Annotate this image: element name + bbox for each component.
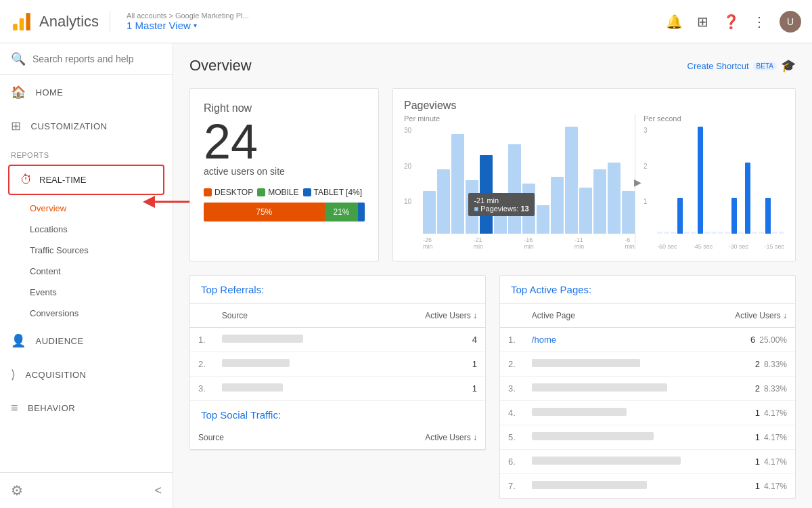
table-row: 1. /home 625.00%: [500, 328, 795, 352]
second-bar[interactable]: [711, 232, 717, 234]
minute-bar[interactable]: [508, 144, 521, 234]
chart-expand-arrow[interactable]: ▶: [634, 177, 641, 188]
second-bar[interactable]: [698, 127, 703, 234]
avatar[interactable]: U: [780, 11, 801, 33]
svg-rect-2: [26, 13, 30, 30]
device-legend: DESKTOP MOBILE TABLET [4%]: [204, 188, 365, 197]
sidebar-item-realtime[interactable]: ⏱ REAL-TIME: [8, 165, 164, 195]
page-link[interactable]: /home: [532, 335, 556, 345]
row-source: [214, 328, 374, 352]
active-pages-table: Active Page Active Users ↓ 1. /home 625.…: [500, 304, 795, 499]
th-page-users: Active Users ↓: [716, 304, 795, 328]
more-vert-icon[interactable]: ⋮: [751, 14, 767, 30]
audience-label: AUDIENCE: [36, 336, 84, 346]
referrals-body: 1. 4 2. 1 3. 1: [190, 328, 485, 401]
row-page: [524, 401, 716, 425]
second-bar[interactable]: [684, 232, 690, 234]
chart-tooltip: -21 min ■ Pageviews: 13: [468, 193, 534, 216]
row-pct: 4.17%: [764, 408, 787, 418]
sidebar-sub-events[interactable]: Events: [0, 282, 173, 303]
minute-bar[interactable]: [537, 205, 549, 234]
second-bar[interactable]: [718, 232, 723, 234]
tooltip-pageviews: ■ Pageviews: 13: [474, 205, 528, 213]
second-bar[interactable]: [745, 163, 750, 234]
th-page-num: [500, 304, 524, 328]
active-pages-header: Top Active Pages:: [500, 276, 795, 304]
audience-icon: 👤: [11, 333, 26, 348]
second-bar[interactable]: [725, 232, 730, 234]
th-num: [190, 304, 214, 328]
sidebar-sub-locations[interactable]: Locations: [0, 219, 173, 240]
active-users-count: 24: [204, 117, 365, 166]
y10: 10: [404, 198, 420, 205]
minute-bar[interactable]: [565, 127, 578, 234]
sidebar-sub-traffic-sources[interactable]: Traffic Sources: [0, 240, 173, 261]
top-referrals-panel: Top Referrals: Source Active Users ↓: [189, 275, 486, 450]
second-bar[interactable]: [691, 232, 696, 234]
second-bar[interactable]: [677, 198, 683, 234]
customization-icon: ⊞: [11, 119, 22, 133]
main-layout: 🔍 🏠 HOME ⊞ CUSTOMIZATION Reports ⏱ REAL-…: [0, 43, 812, 508]
help-icon[interactable]: ❓: [723, 14, 739, 30]
sidebar-sub-overview[interactable]: Overview: [0, 198, 173, 219]
table-row: 2. 28.33%: [500, 352, 795, 377]
per-second-label: Per second: [644, 114, 784, 123]
blurred-page: [532, 481, 647, 489]
x-axis-minute: -26min -21min -16min -11min -6min: [423, 236, 635, 250]
search-bar[interactable]: 🔍: [0, 43, 173, 75]
second-bar[interactable]: [704, 232, 710, 234]
second-bar[interactable]: [738, 232, 744, 234]
second-bar[interactable]: [664, 232, 669, 234]
tablet-label: TABLET [4%]: [314, 188, 363, 197]
create-shortcut-button[interactable]: Create Shortcut BETA 🎓: [687, 58, 796, 73]
minute-bar[interactable]: [451, 134, 464, 234]
minute-bar[interactable]: [608, 163, 621, 234]
second-bar[interactable]: [752, 232, 757, 234]
sidebar-item-customization[interactable]: ⊞ CUSTOMIZATION: [0, 109, 173, 143]
row-num: 2.: [500, 352, 524, 377]
th-active-page: Active Page: [524, 304, 716, 328]
sidebar-item-behavior[interactable]: ≡ BEHAVIOR: [0, 391, 173, 425]
row-num: 6.: [500, 450, 524, 474]
sidebar-item-acquisition[interactable]: ⟩ ACQUISITION: [0, 358, 173, 391]
notifications-icon[interactable]: 🔔: [666, 14, 682, 30]
sidebar-sub-conversions[interactable]: Conversions: [0, 303, 173, 324]
sidebar-item-home[interactable]: 🏠 HOME: [0, 75, 173, 109]
row-source: [214, 352, 374, 377]
minute-bar[interactable]: [579, 188, 592, 234]
minute-bar[interactable]: [622, 191, 635, 234]
grid-icon[interactable]: ⊞: [694, 14, 710, 30]
second-bar[interactable]: [657, 232, 662, 234]
collapse-icon[interactable]: <: [154, 484, 162, 498]
settings-icon[interactable]: ⚙: [11, 482, 23, 499]
second-bar[interactable]: [731, 198, 737, 234]
search-input[interactable]: [32, 54, 162, 64]
sidebar-item-audience[interactable]: 👤 AUDIENCE: [0, 324, 173, 358]
second-bar[interactable]: [765, 198, 771, 234]
second-bar[interactable]: [779, 232, 784, 234]
sidebar-sub-content[interactable]: Content: [0, 261, 173, 282]
second-bar[interactable]: [759, 232, 764, 234]
account-selector[interactable]: All accounts > Google Marketing Pl... 1 …: [121, 12, 249, 31]
row-page: [524, 377, 716, 401]
referrals-title: Top Referrals:: [201, 284, 474, 295]
minute-bar[interactable]: [551, 177, 564, 234]
svg-rect-1: [20, 18, 24, 30]
second-bar[interactable]: [671, 232, 676, 234]
acquisition-icon: ⟩: [11, 367, 16, 382]
second-bar[interactable]: [772, 232, 777, 234]
minute-bar[interactable]: [423, 191, 436, 234]
row-users: 4: [374, 328, 485, 352]
row-page: /home: [524, 328, 716, 352]
blurred-source: [222, 335, 303, 343]
pageviews-panel: Pageviews Per minute 30 20 10: [392, 88, 796, 261]
device-bar: 75% 21%: [204, 203, 365, 221]
y-axis-minute: 30 20 10: [404, 127, 420, 234]
minute-bar[interactable]: [437, 169, 450, 234]
active-pages-title: Top Active Pages:: [511, 284, 784, 295]
svg-rect-0: [13, 24, 17, 30]
row-users: 1: [374, 377, 485, 401]
account-main[interactable]: 1 Master View ▾: [127, 20, 249, 31]
sidebar-customization-label: CUSTOMIZATION: [31, 121, 108, 131]
minute-bar[interactable]: [593, 169, 606, 234]
